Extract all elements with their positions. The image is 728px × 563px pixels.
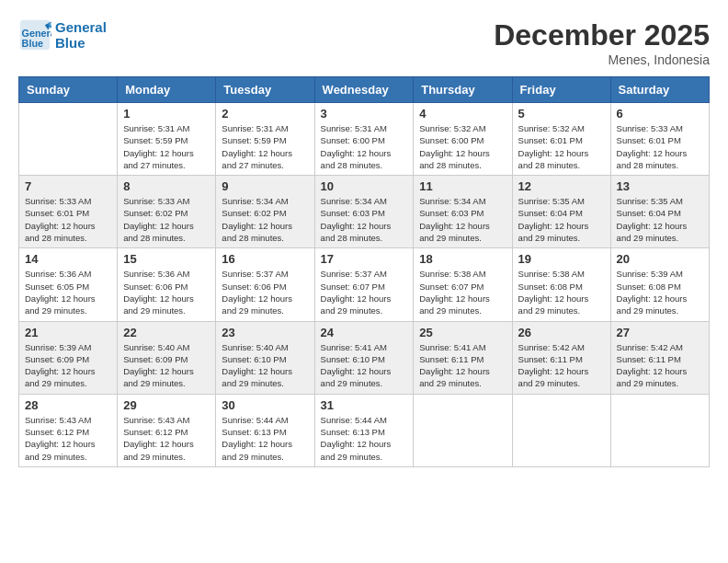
calendar-cell: 17Sunrise: 5:37 AM Sunset: 6:07 PM Dayli…: [314, 248, 414, 321]
calendar-cell: 14Sunrise: 5:36 AM Sunset: 6:05 PM Dayli…: [19, 248, 118, 321]
calendar-cell: [414, 394, 512, 466]
calendar-cell: 21Sunrise: 5:39 AM Sunset: 6:09 PM Dayli…: [19, 321, 118, 394]
day-info: Sunrise: 5:44 AM Sunset: 6:13 PM Dayligh…: [222, 414, 308, 463]
day-info: Sunrise: 5:32 AM Sunset: 6:00 PM Dayligh…: [419, 122, 506, 171]
day-info: Sunrise: 5:36 AM Sunset: 6:06 PM Dayligh…: [123, 268, 210, 316]
col-monday: Monday: [118, 77, 216, 103]
month-title: December 2025: [494, 18, 710, 52]
svg-text:Blue: Blue: [22, 38, 43, 49]
day-number: 10: [321, 179, 408, 193]
calendar-cell: 23Sunrise: 5:40 AM Sunset: 6:10 PM Dayli…: [216, 321, 314, 394]
day-number: 18: [419, 252, 506, 266]
day-number: 13: [617, 179, 703, 193]
calendar-week-row: 1Sunrise: 5:31 AM Sunset: 5:59 PM Daylig…: [19, 103, 710, 176]
day-info: Sunrise: 5:37 AM Sunset: 6:06 PM Dayligh…: [222, 268, 308, 316]
calendar-cell: 6Sunrise: 5:33 AM Sunset: 6:01 PM Daylig…: [610, 103, 709, 176]
calendar-cell: 9Sunrise: 5:34 AM Sunset: 6:02 PM Daylig…: [216, 176, 314, 248]
col-sunday: Sunday: [19, 77, 118, 103]
calendar-cell: 4Sunrise: 5:32 AM Sunset: 6:00 PM Daylig…: [414, 103, 512, 176]
day-number: 28: [25, 398, 111, 412]
day-info: Sunrise: 5:31 AM Sunset: 6:00 PM Dayligh…: [321, 122, 408, 171]
calendar-cell: [512, 394, 610, 466]
day-number: 29: [123, 398, 210, 412]
day-number: 22: [123, 326, 210, 339]
page-container: General Blue General Blue December 2025 …: [18, 18, 710, 467]
day-info: Sunrise: 5:33 AM Sunset: 6:01 PM Dayligh…: [25, 195, 111, 244]
calendar-cell: 3Sunrise: 5:31 AM Sunset: 6:00 PM Daylig…: [314, 103, 414, 176]
day-number: 15: [123, 252, 210, 266]
calendar-week-row: 7Sunrise: 5:33 AM Sunset: 6:01 PM Daylig…: [19, 176, 710, 248]
day-number: 19: [518, 252, 605, 266]
day-info: Sunrise: 5:39 AM Sunset: 6:09 PM Dayligh…: [25, 341, 111, 390]
day-info: Sunrise: 5:35 AM Sunset: 6:04 PM Dayligh…: [617, 195, 703, 244]
day-info: Sunrise: 5:43 AM Sunset: 6:12 PM Dayligh…: [25, 414, 111, 463]
day-number: 9: [222, 179, 308, 193]
day-number: 4: [419, 107, 506, 121]
day-info: Sunrise: 5:32 AM Sunset: 6:01 PM Dayligh…: [518, 122, 605, 171]
day-info: Sunrise: 5:34 AM Sunset: 6:02 PM Dayligh…: [222, 195, 308, 244]
calendar-header-row: Sunday Monday Tuesday Wednesday Thursday…: [19, 77, 710, 103]
calendar-cell: [610, 394, 709, 466]
day-number: 11: [419, 179, 506, 193]
day-number: 24: [321, 326, 408, 339]
calendar-cell: 2Sunrise: 5:31 AM Sunset: 5:59 PM Daylig…: [216, 103, 314, 176]
calendar-cell: 20Sunrise: 5:39 AM Sunset: 6:08 PM Dayli…: [610, 248, 709, 321]
calendar-cell: 8Sunrise: 5:33 AM Sunset: 6:02 PM Daylig…: [118, 176, 216, 248]
day-number: 23: [222, 326, 308, 339]
day-info: Sunrise: 5:39 AM Sunset: 6:08 PM Dayligh…: [617, 268, 703, 316]
day-info: Sunrise: 5:31 AM Sunset: 5:59 PM Dayligh…: [123, 122, 210, 171]
col-friday: Friday: [512, 77, 610, 103]
day-number: 8: [123, 179, 210, 193]
calendar-cell: 13Sunrise: 5:35 AM Sunset: 6:04 PM Dayli…: [610, 176, 709, 248]
logo-icon: General Blue: [18, 18, 51, 52]
calendar-cell: 31Sunrise: 5:44 AM Sunset: 6:13 PM Dayli…: [314, 394, 414, 466]
calendar-cell: 22Sunrise: 5:40 AM Sunset: 6:09 PM Dayli…: [118, 321, 216, 394]
logo: General Blue General Blue: [18, 18, 107, 52]
day-info: Sunrise: 5:42 AM Sunset: 6:11 PM Dayligh…: [617, 341, 703, 390]
calendar-week-row: 21Sunrise: 5:39 AM Sunset: 6:09 PM Dayli…: [19, 321, 710, 394]
day-number: 12: [518, 179, 605, 193]
calendar-week-row: 28Sunrise: 5:43 AM Sunset: 6:12 PM Dayli…: [19, 394, 710, 466]
logo-text: General Blue: [55, 19, 107, 51]
day-number: 2: [222, 107, 308, 121]
calendar-cell: 15Sunrise: 5:36 AM Sunset: 6:06 PM Dayli…: [118, 248, 216, 321]
calendar-cell: 30Sunrise: 5:44 AM Sunset: 6:13 PM Dayli…: [216, 394, 314, 466]
calendar-cell: 12Sunrise: 5:35 AM Sunset: 6:04 PM Dayli…: [512, 176, 610, 248]
calendar-cell: 16Sunrise: 5:37 AM Sunset: 6:06 PM Dayli…: [216, 248, 314, 321]
calendar-week-row: 14Sunrise: 5:36 AM Sunset: 6:05 PM Dayli…: [19, 248, 710, 321]
calendar-cell: 7Sunrise: 5:33 AM Sunset: 6:01 PM Daylig…: [19, 176, 118, 248]
calendar-cell: 25Sunrise: 5:41 AM Sunset: 6:11 PM Dayli…: [414, 321, 512, 394]
day-number: 20: [617, 252, 703, 266]
calendar-cell: 5Sunrise: 5:32 AM Sunset: 6:01 PM Daylig…: [512, 103, 610, 176]
calendar-cell: 11Sunrise: 5:34 AM Sunset: 6:03 PM Dayli…: [414, 176, 512, 248]
calendar-cell: 18Sunrise: 5:38 AM Sunset: 6:07 PM Dayli…: [414, 248, 512, 321]
calendar-table: Sunday Monday Tuesday Wednesday Thursday…: [18, 76, 710, 467]
day-info: Sunrise: 5:41 AM Sunset: 6:10 PM Dayligh…: [321, 341, 408, 390]
calendar-cell: 28Sunrise: 5:43 AM Sunset: 6:12 PM Dayli…: [19, 394, 118, 466]
calendar-cell: 10Sunrise: 5:34 AM Sunset: 6:03 PM Dayli…: [314, 176, 414, 248]
calendar-cell: 29Sunrise: 5:43 AM Sunset: 6:12 PM Dayli…: [118, 394, 216, 466]
day-info: Sunrise: 5:38 AM Sunset: 6:07 PM Dayligh…: [419, 268, 506, 316]
title-area: December 2025 Menes, Indonesia: [494, 18, 710, 67]
day-number: 17: [321, 252, 408, 266]
day-number: 31: [321, 398, 408, 412]
calendar-cell: 19Sunrise: 5:38 AM Sunset: 6:08 PM Dayli…: [512, 248, 610, 321]
day-number: 27: [617, 326, 703, 339]
day-info: Sunrise: 5:31 AM Sunset: 5:59 PM Dayligh…: [222, 122, 308, 171]
day-info: Sunrise: 5:35 AM Sunset: 6:04 PM Dayligh…: [518, 195, 605, 244]
calendar-cell: [19, 103, 118, 176]
calendar-cell: 24Sunrise: 5:41 AM Sunset: 6:10 PM Dayli…: [314, 321, 414, 394]
day-info: Sunrise: 5:33 AM Sunset: 6:02 PM Dayligh…: [123, 195, 210, 244]
day-info: Sunrise: 5:37 AM Sunset: 6:07 PM Dayligh…: [321, 268, 408, 316]
calendar-cell: 1Sunrise: 5:31 AM Sunset: 5:59 PM Daylig…: [118, 103, 216, 176]
day-info: Sunrise: 5:36 AM Sunset: 6:05 PM Dayligh…: [25, 268, 111, 316]
day-number: 6: [617, 107, 703, 121]
col-wednesday: Wednesday: [314, 77, 414, 103]
day-number: 21: [25, 326, 111, 339]
col-thursday: Thursday: [414, 77, 512, 103]
day-number: 30: [222, 398, 308, 412]
day-number: 14: [25, 252, 111, 266]
day-number: 26: [518, 326, 605, 339]
day-info: Sunrise: 5:44 AM Sunset: 6:13 PM Dayligh…: [321, 414, 408, 463]
day-number: 25: [419, 326, 506, 339]
